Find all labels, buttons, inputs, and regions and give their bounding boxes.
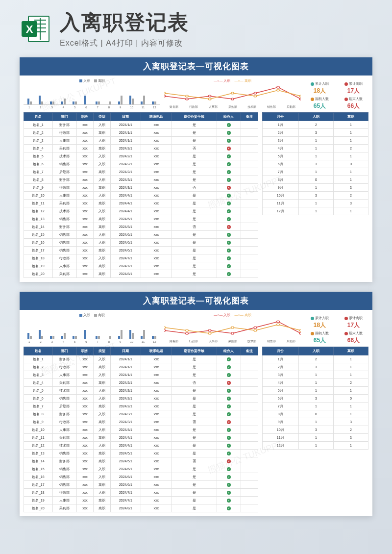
table-row: 4月12: [262, 379, 368, 387]
table-row: 姓名_19人事部xxx离职2024/7/1xxx是✓: [24, 262, 258, 270]
table-row: 姓名_6销售部xxx入职2024/2/1xxx是✓: [24, 395, 258, 403]
svg-point-23: [186, 332, 189, 334]
sheet-title: 入离职登记表—可视化图表: [20, 57, 372, 76]
table-row: 5月11: [262, 152, 368, 160]
table-row: 姓名_16销售部xxx入职2024/6/1xxx是✓: [24, 239, 258, 247]
table-row: 姓名_20采购部xxx离职2024/8/1xxx是✓: [24, 504, 258, 512]
table-row: 姓名_3人事部xxx入职2024/1/1xxx是✓: [24, 137, 258, 145]
table-row: 5月11: [262, 387, 368, 395]
table-row: 姓名_5技术部xxx入职2024/2/1xxx是✓: [24, 387, 258, 395]
table-row: 姓名_10人事部xxx入职2024/4/1xxx是✓: [24, 192, 258, 200]
table-row: 姓名_4采购部xxx离职2024/2/1xxx否✕: [24, 145, 258, 152]
table-row: 2月31: [262, 363, 368, 371]
svg-point-18: [231, 92, 234, 94]
table-row: 3月11: [262, 371, 368, 379]
dept-line-chart: 财务部行政部人事部采购部技术部销售部后勤部: [164, 319, 301, 343]
table-row: 姓名_5技术部xxx入职2024/2/1xxx是✓: [24, 152, 258, 160]
table-row: 2月31: [262, 129, 368, 137]
sheet-title: 入离职登记表—可视化图表: [20, 292, 372, 310]
header: X 入离职登记表 Excel格式 | A4打印 | 内容可修改: [0, 0, 392, 52]
table-row: 姓名_10人事部xxx入职2024/4/1xxx是✓: [24, 426, 258, 434]
svg-point-10: [208, 95, 211, 97]
table-row: 姓名_17销售部xxx离职2024/6/1xxx是✓: [24, 481, 258, 489]
svg-point-33: [254, 329, 257, 331]
table-row: 姓名_1财务部xxx入职2024/1/1xxx是✓: [24, 121, 258, 129]
table-row: 姓名_8财务部xxx入职2024/3/1xxx是✓: [24, 176, 258, 184]
table-row: 姓名_20采购部xxx离职2024/8/1xxx是✓: [24, 270, 258, 278]
svg-point-27: [277, 321, 280, 323]
svg-point-13: [277, 86, 280, 88]
table-row: 12月11: [262, 442, 368, 450]
table-row: 姓名_3人事部xxx入职2024/1/1xxx是✓: [24, 371, 258, 379]
svg-point-12: [254, 92, 257, 94]
table-row: 姓名_11采购部xxx离职2024/4/1xxx是✓: [24, 200, 258, 207]
table-row: 10月32: [262, 426, 368, 434]
monthly-bar-chart: [24, 319, 160, 339]
table-row: 3月11: [262, 137, 368, 145]
svg-text:X: X: [26, 23, 33, 35]
table-row: 9月13: [262, 184, 368, 192]
table-row: 12月11: [262, 207, 368, 215]
table-row: 7月11: [262, 168, 368, 176]
svg-point-26: [254, 327, 257, 328]
svg-point-15: [164, 92, 166, 94]
table-row: 姓名_1财务部xxx入职2024/1/1xxx是✓: [24, 355, 258, 363]
svg-point-34: [277, 324, 280, 326]
svg-point-16: [186, 95, 189, 97]
table-row: 姓名_17销售部xxx离职2024/6/1xxx是✓: [24, 247, 258, 254]
table-row: 姓名_11采购部xxx离职2024/4/1xxx是✓: [24, 434, 258, 442]
table-row: 1月21: [262, 355, 368, 363]
table-row: 姓名_12技术部xxx入职2024/4/1xxx是✓: [24, 442, 258, 450]
table-row: 姓名_19人事部xxx离职2024/7/1xxx是✓: [24, 497, 258, 504]
table-row: 姓名_6销售部xxx入职2024/2/1xxx是✓: [24, 160, 258, 168]
table-row: 1月21: [262, 121, 368, 129]
svg-point-9: [186, 98, 189, 100]
table-row: 姓名_15销售部xxx入职2024/6/1xxx是✓: [24, 231, 258, 239]
table-row: 姓名_12技术部xxx入职2024/4/1xxx是✓: [24, 207, 258, 215]
svg-point-29: [164, 327, 166, 328]
excel-icon: X: [20, 13, 51, 45]
table-row: 10月32: [262, 192, 368, 200]
table-row: 姓名_18行政部xxx入职2024/7/1xxx是✓: [24, 254, 258, 262]
svg-point-20: [277, 89, 280, 91]
main-records-table: 姓名部门职务类型日期联系电话是否办妥手续经办人备注姓名_1财务部xxx入职202…: [24, 347, 258, 512]
svg-point-19: [254, 95, 257, 97]
table-row: 6月30: [262, 160, 368, 168]
svg-point-11: [231, 98, 234, 100]
table-row: 姓名_9行政部xxx离职2024/3/1xxx否✕: [24, 418, 258, 426]
table-row: 姓名_14财务部xxx离职2024/5/1xxx否✕: [24, 223, 258, 231]
svg-point-31: [208, 332, 211, 334]
monthly-summary-table: 月份入职离职1月212月313月114月125月116月307月118月019月…: [262, 112, 369, 215]
svg-point-28: [299, 332, 301, 334]
svg-point-32: [231, 327, 234, 328]
table-row: 姓名_16销售部xxx入职2024/6/1xxx是✓: [24, 473, 258, 481]
page-title: 入离职登记表: [60, 9, 372, 36]
spreadsheet-preview: 入离职登记表—可视化图表 入职离职 123456789101112 —○— 入职…: [20, 292, 372, 516]
table-row: 姓名_9行政部xxx离职2024/3/1xxx否✕: [24, 184, 258, 192]
svg-point-25: [231, 332, 234, 334]
spreadsheet-preview: 入离职登记表—可视化图表 入职离职 123456789101112 —○— 入职…: [20, 57, 372, 282]
table-row: 4月12: [262, 145, 368, 152]
table-row: 姓名_13销售部xxx离职2024/5/1xxx是✓: [24, 450, 258, 457]
table-row: 姓名_4采购部xxx离职2024/2/1xxx否✕: [24, 379, 258, 387]
svg-point-35: [299, 329, 301, 331]
svg-point-14: [299, 98, 301, 100]
page-subtitle: Excel格式 | A4打印 | 内容可修改: [60, 38, 372, 49]
dept-line-chart: 财务部行政部人事部采购部技术部销售部后勤部: [164, 84, 301, 109]
table-row: 姓名_2行政部xxx离职2024/1/1xxx是✓: [24, 363, 258, 371]
svg-point-8: [164, 95, 166, 97]
main-records-table: 姓名部门职务类型日期联系电话是否办妥手续经办人备注姓名_1财务部xxx入职202…: [24, 112, 258, 278]
table-row: 7月11: [262, 403, 368, 410]
svg-point-17: [208, 98, 211, 100]
table-row: 姓名_14财务部xxx离职2024/5/1xxx否✕: [24, 457, 258, 465]
table-row: 姓名_13销售部xxx离职2024/5/1xxx是✓: [24, 215, 258, 223]
table-row: 9月13: [262, 418, 368, 426]
summary-stats: 累计入职18人 累计离职17人 期初人数65人 期末人数66人: [305, 78, 368, 110]
svg-point-24: [208, 329, 211, 331]
table-row: 8月01: [262, 410, 368, 418]
monthly-summary-table: 月份入职离职1月212月313月114月125月116月307月118月019月…: [262, 347, 369, 450]
table-row: 11月13: [262, 434, 368, 442]
table-row: 姓名_7后勤部xxx离职2024/2/1xxx是✓: [24, 403, 258, 410]
table-row: 姓名_7后勤部xxx离职2024/2/1xxx是✓: [24, 168, 258, 176]
summary-stats: 累计入职18人 累计离职17人 期初人数65人 期末人数66人: [305, 313, 368, 345]
